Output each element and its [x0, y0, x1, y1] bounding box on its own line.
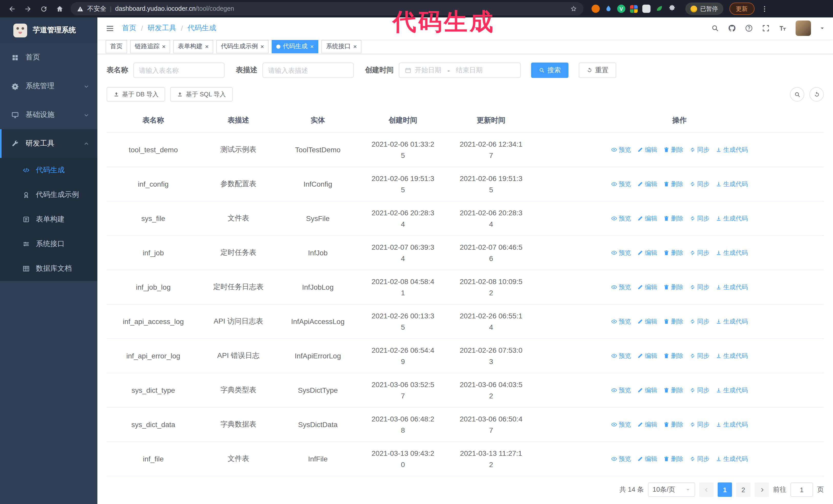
row-action-delete[interactable]: 删除	[663, 283, 683, 291]
header-docs-icon[interactable]	[745, 24, 753, 32]
header-github-icon[interactable]	[728, 24, 736, 32]
sidebar-item-home[interactable]: 首页	[0, 43, 97, 72]
row-action-preview[interactable]: 预览	[611, 180, 631, 188]
table-name-input[interactable]	[133, 63, 224, 78]
tab-tracer[interactable]: 链路追踪×	[130, 40, 170, 53]
row-action-sync[interactable]: 同步	[689, 248, 710, 257]
sidebar-subitem-form-builder[interactable]: 表单构建	[0, 207, 97, 232]
profile-paused-badge[interactable]: 已暂停	[685, 3, 723, 15]
row-action-delete[interactable]: 删除	[663, 145, 683, 154]
row-action-sync[interactable]: 同步	[689, 455, 710, 463]
browser-forward-button[interactable]	[21, 2, 35, 16]
import-db-button[interactable]: 基于 DB 导入	[106, 87, 165, 101]
row-action-delete[interactable]: 删除	[663, 180, 683, 188]
tab-close-icon[interactable]: ×	[260, 44, 264, 50]
row-action-generate-code[interactable]: 生成代码	[716, 180, 748, 188]
row-action-edit[interactable]: 编辑	[637, 352, 657, 360]
tab-codegen-example[interactable]: 代码生成示例×	[216, 40, 269, 53]
next-page-button[interactable]	[755, 482, 769, 497]
row-action-preview[interactable]: 预览	[611, 283, 631, 291]
toggle-search-button[interactable]	[790, 87, 804, 101]
hamburger-menu-icon[interactable]	[105, 24, 114, 33]
row-action-sync[interactable]: 同步	[689, 317, 710, 326]
tab-system-api[interactable]: 系统接口×	[322, 40, 361, 53]
row-action-generate-code[interactable]: 生成代码	[716, 248, 748, 257]
row-action-preview[interactable]: 预览	[611, 317, 631, 326]
row-action-delete[interactable]: 删除	[663, 420, 683, 429]
row-action-generate-code[interactable]: 生成代码	[716, 214, 748, 223]
row-action-sync[interactable]: 同步	[689, 180, 710, 188]
row-action-preview[interactable]: 预览	[611, 248, 631, 257]
row-action-generate-code[interactable]: 生成代码	[716, 455, 748, 463]
tab-form-builder[interactable]: 表单构建×	[173, 40, 213, 53]
sidebar-subitem-codegen[interactable]: 代码生成	[0, 158, 97, 183]
browser-menu-icon[interactable]	[760, 5, 768, 13]
browser-home-button[interactable]	[53, 2, 67, 16]
browser-back-button[interactable]	[5, 2, 19, 16]
table-desc-input[interactable]	[262, 63, 354, 78]
extension-color-grid-icon[interactable]	[630, 5, 638, 13]
row-action-edit[interactable]: 编辑	[637, 283, 657, 291]
extension-vue-devtools-icon[interactable]: V	[617, 5, 625, 13]
page-button-1[interactable]: 1	[718, 482, 732, 497]
row-action-edit[interactable]: 编辑	[637, 145, 657, 154]
tab-close-icon[interactable]: ×	[205, 44, 209, 50]
breadcrumb-item[interactable]: 研发工具	[148, 24, 176, 33]
avatar-caret-down-icon[interactable]	[820, 26, 825, 31]
row-action-generate-code[interactable]: 生成代码	[716, 386, 748, 394]
sidebar-subitem-codegen-example[interactable]: 代码生成示例	[0, 183, 97, 207]
browser-reload-button[interactable]	[37, 2, 51, 16]
row-action-delete[interactable]: 删除	[663, 248, 683, 257]
header-search-icon[interactable]	[711, 24, 719, 32]
breadcrumb-item[interactable]: 代码生成	[188, 24, 216, 33]
row-action-generate-code[interactable]: 生成代码	[716, 317, 748, 326]
tab-home[interactable]: 首页	[105, 40, 127, 53]
url-bar[interactable]: 不安全 | dashboard.yudao.iocoder.cn/tool/co…	[71, 2, 584, 16]
bookmark-star-icon[interactable]	[570, 5, 577, 12]
extension-water-drop-icon[interactable]	[604, 5, 613, 13]
sidebar-item-infrastructure[interactable]: 基础设施	[0, 100, 97, 129]
row-action-delete[interactable]: 删除	[663, 317, 683, 326]
row-action-edit[interactable]: 编辑	[637, 317, 657, 326]
row-action-edit[interactable]: 编辑	[637, 180, 657, 188]
row-action-generate-code[interactable]: 生成代码	[716, 352, 748, 360]
tab-close-icon[interactable]: ×	[353, 44, 357, 50]
row-action-generate-code[interactable]: 生成代码	[716, 283, 748, 291]
reset-button[interactable]: 重置	[579, 63, 616, 78]
row-action-delete[interactable]: 删除	[663, 386, 683, 394]
import-sql-button[interactable]: 基于 SQL 导入	[170, 87, 233, 101]
row-action-sync[interactable]: 同步	[689, 283, 710, 291]
row-action-edit[interactable]: 编辑	[637, 386, 657, 394]
browser-update-button[interactable]: 更新	[729, 3, 754, 15]
refresh-table-button[interactable]	[809, 87, 824, 101]
page-size-select[interactable]: 10条/页	[648, 482, 695, 497]
prev-page-button[interactable]	[699, 482, 714, 497]
sidebar-subitem-db-doc[interactable]: 数据库文档	[0, 256, 97, 281]
row-action-sync[interactable]: 同步	[689, 352, 710, 360]
row-action-preview[interactable]: 预览	[611, 455, 631, 463]
row-action-edit[interactable]: 编辑	[637, 248, 657, 257]
extension-gray-square-icon[interactable]	[642, 5, 650, 13]
row-action-edit[interactable]: 编辑	[637, 420, 657, 429]
sidebar-subitem-system-api[interactable]: 系统接口	[0, 232, 97, 256]
row-action-sync[interactable]: 同步	[689, 145, 710, 154]
search-button[interactable]: 搜索	[531, 63, 569, 78]
extension-green-leaf-icon[interactable]	[655, 5, 663, 13]
page-button-2[interactable]: 2	[736, 482, 751, 497]
row-action-delete[interactable]: 删除	[663, 352, 683, 360]
row-action-preview[interactable]: 预览	[611, 420, 631, 429]
sidebar-item-system-mgmt[interactable]: 系统管理	[0, 72, 97, 100]
header-font-size-icon[interactable]	[779, 24, 787, 32]
row-action-edit[interactable]: 编辑	[637, 214, 657, 223]
row-action-preview[interactable]: 预览	[611, 145, 631, 154]
row-action-preview[interactable]: 预览	[611, 214, 631, 223]
header-fullscreen-icon[interactable]	[762, 24, 770, 32]
tab-codegen[interactable]: 代码生成×	[272, 40, 318, 53]
row-action-preview[interactable]: 预览	[611, 352, 631, 360]
app-logo-row[interactable]: 芋道管理系统	[0, 18, 97, 43]
tab-close-icon[interactable]: ×	[162, 44, 166, 50]
user-avatar[interactable]	[795, 21, 811, 36]
row-action-generate-code[interactable]: 生成代码	[716, 145, 748, 154]
row-action-delete[interactable]: 删除	[663, 214, 683, 223]
goto-page-input[interactable]	[790, 482, 813, 497]
